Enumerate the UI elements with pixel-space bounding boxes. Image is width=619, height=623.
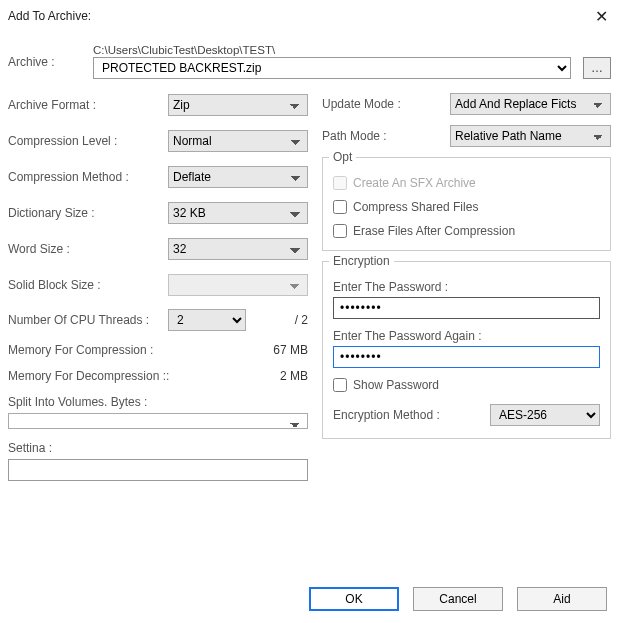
shared-files-label: Compress Shared Files <box>353 200 478 214</box>
aid-button[interactable]: Aid <box>517 587 607 611</box>
erase-after-label: Erase Files After Compression <box>353 224 515 238</box>
archive-format-select[interactable]: Zip <box>168 94 308 116</box>
dictionary-size-select[interactable]: 32 KB <box>168 202 308 224</box>
compression-level-label: Compression Level : <box>8 134 168 148</box>
archive-path: C:\Users\ClubicTest\Desktop\TEST\ <box>93 44 611 57</box>
split-volumes-select[interactable] <box>8 413 308 429</box>
sfx-checkbox <box>333 176 347 190</box>
close-icon[interactable]: ✕ <box>591 6 611 26</box>
sfx-label: Create An SFX Archive <box>353 176 476 190</box>
solid-block-size-select[interactable] <box>168 274 308 296</box>
password-label: Enter The Password : <box>333 280 600 294</box>
browse-button[interactable]: … <box>583 57 611 79</box>
mem-compression-label: Memory For Compression : <box>8 343 153 357</box>
encryption-method-select[interactable]: AES-256 <box>490 404 600 426</box>
compression-level-select[interactable]: Normal <box>168 130 308 152</box>
erase-after-checkbox[interactable] <box>333 224 347 238</box>
options-group: Opt Create An SFX Archive Compress Share… <box>322 157 611 251</box>
update-mode-select[interactable]: Add And Replace Ficts <box>450 93 611 115</box>
encryption-group: Encryption Enter The Password : Enter Th… <box>322 261 611 439</box>
dictionary-size-label: Dictionary Size : <box>8 206 168 220</box>
password-input[interactable] <box>333 297 600 319</box>
archive-filename-select[interactable]: PROTECTED BACKREST.zip <box>93 57 571 79</box>
encryption-method-label: Encryption Method : <box>333 408 482 422</box>
update-mode-label: Update Mode : <box>322 97 442 111</box>
word-size-label: Word Size : <box>8 242 168 256</box>
mem-decompression-label: Memory For Decompression :: <box>8 369 169 383</box>
cancel-button[interactable]: Cancel <box>413 587 503 611</box>
mem-compression-value: 67 MB <box>273 343 308 357</box>
shared-files-checkbox[interactable] <box>333 200 347 214</box>
options-title: Opt <box>329 150 356 164</box>
cpu-threads-max: / 2 <box>295 313 308 327</box>
word-size-select[interactable]: 32 <box>168 238 308 260</box>
password-again-input[interactable] <box>333 346 600 368</box>
show-password-label: Show Password <box>353 378 439 392</box>
ok-button[interactable]: OK <box>309 587 399 611</box>
encryption-title: Encryption <box>329 254 394 268</box>
window-title: Add To Archive: <box>8 9 91 23</box>
archive-format-label: Archive Format : <box>8 98 168 112</box>
compression-method-label: Compression Method : <box>8 170 168 184</box>
split-volumes-label: Split Into Volumes. Bytes : <box>8 395 308 409</box>
ellipsis-icon: … <box>591 61 603 75</box>
show-password-checkbox[interactable] <box>333 378 347 392</box>
solid-block-size-label: Solid Block Size : <box>8 278 168 292</box>
path-mode-label: Path Mode : <box>322 129 442 143</box>
cpu-threads-select[interactable]: 2 <box>168 309 246 331</box>
mem-decompression-value: 2 MB <box>280 369 308 383</box>
cpu-threads-label: Number Of CPU Threads : <box>8 313 168 327</box>
settings-input[interactable] <box>8 459 308 481</box>
path-mode-select[interactable]: Relative Path Name <box>450 125 611 147</box>
archive-label: Archive : <box>8 55 83 69</box>
password-again-label: Enter The Password Again : <box>333 329 600 343</box>
settings-label: Settina : <box>8 441 308 455</box>
compression-method-select[interactable]: Deflate <box>168 166 308 188</box>
